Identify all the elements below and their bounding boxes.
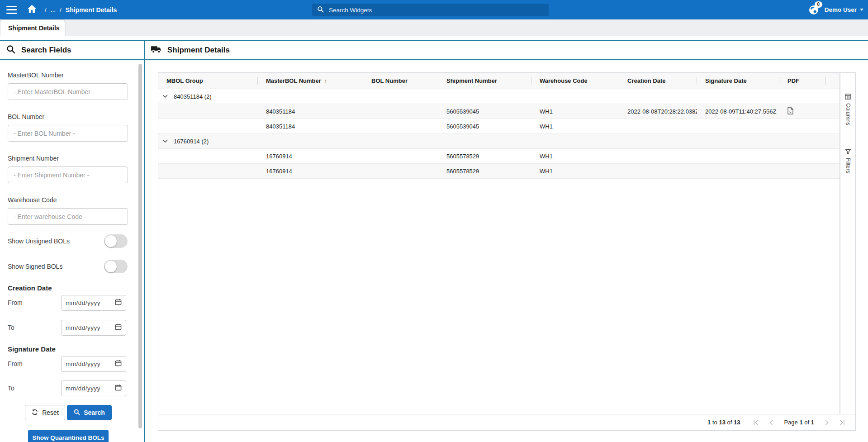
column-header-shipment-number[interactable]: Shipment Number	[438, 73, 531, 89]
table-row[interactable]: 16760914 5605578529 WH1	[158, 149, 840, 164]
column-header-signature-date[interactable]: Signature Date	[697, 73, 779, 89]
user-name: Demo User	[825, 6, 857, 13]
group-row[interactable]: 840351184 (2)	[158, 89, 840, 104]
breadcrumb-separator: /	[60, 6, 62, 13]
row-total: 13	[734, 419, 740, 426]
creation-date-to-input[interactable]: mm/dd/yyyy	[61, 320, 126, 336]
show-quarantined-bols-button[interactable]: Show Quarantined BOLs	[28, 430, 109, 442]
field-label: Shipment Number	[8, 155, 128, 162]
cell-shipment-number: 5605578529	[438, 164, 531, 178]
masterbol-number-input[interactable]	[8, 83, 128, 100]
cell-mbol-group	[158, 119, 258, 133]
column-header-bol-number[interactable]: BOL Number	[363, 73, 438, 89]
sort-ascending-icon[interactable]: ↑	[324, 77, 327, 84]
group-row[interactable]: 16760914 (2)	[158, 134, 840, 149]
cell-signature-date: 2022-08-09T11:40:27.556Z	[697, 104, 779, 119]
toggle-label: Show Unsigned BOLs	[8, 238, 70, 245]
warehouse-code-input[interactable]	[8, 208, 128, 225]
column-label: Warehouse Code	[540, 77, 588, 84]
sidebar-header: Search Fields	[6, 41, 71, 59]
globe-icon	[808, 9, 819, 17]
previous-page-button[interactable]	[769, 420, 773, 425]
cell-warehouse-code: WH1	[531, 104, 619, 119]
cell-filler	[826, 164, 840, 178]
page-word: Page	[784, 419, 797, 426]
first-page-button[interactable]	[754, 420, 759, 425]
cell-filler	[826, 119, 840, 133]
breadcrumb-ellipsis[interactable]: ...	[51, 6, 56, 13]
user-menu[interactable]: Demo User	[825, 6, 863, 13]
to-word: to	[712, 419, 717, 426]
search-icon	[74, 409, 80, 417]
tab-shipment-details[interactable]: Shipment Details	[0, 19, 65, 36]
cell-filler	[826, 149, 840, 163]
sidebar-scrollbar[interactable]	[138, 64, 142, 428]
cell-creation-date	[619, 164, 697, 178]
chevron-down-icon[interactable]	[162, 139, 168, 143]
signature-date-from-input[interactable]: mm/dd/yyyy	[61, 356, 126, 372]
cell-pdf	[779, 119, 826, 133]
field-bol-number: BOL Number	[8, 113, 128, 142]
breadcrumb-separator: /	[45, 6, 47, 13]
last-page-button[interactable]	[840, 420, 844, 425]
column-label: BOL Number	[371, 77, 408, 84]
page-total: 1	[811, 419, 814, 426]
cell-warehouse-code: WH1	[531, 164, 619, 178]
bol-number-input[interactable]	[8, 125, 128, 142]
search-widgets-input[interactable]	[328, 6, 544, 14]
search-fields-sidebar: MasterBOL Number BOL Number Shipment Num…	[0, 60, 144, 442]
calendar-icon[interactable]	[115, 323, 122, 332]
cell-mbol-group	[158, 164, 258, 178]
date-placeholder: mm/dd/yyyy	[66, 299, 100, 306]
signature-from-row: From mm/dd/yyyy	[8, 356, 126, 372]
calendar-icon[interactable]	[115, 360, 122, 368]
show-signed-bols-toggle[interactable]	[104, 260, 128, 273]
main-title: Shipment Details	[167, 46, 230, 55]
pdf-file-icon[interactable]	[787, 107, 793, 116]
toggle-knob	[105, 235, 117, 247]
group-cell: 840351184 (2)	[158, 89, 840, 104]
column-header-creation-date[interactable]: Creation Date	[619, 73, 697, 89]
cell-signature-date	[697, 164, 779, 178]
group-cell: 16760914 (2)	[158, 134, 840, 148]
column-header-pdf[interactable]: PDF	[779, 73, 826, 89]
cell-bol-number	[363, 164, 438, 178]
cell-creation-date	[619, 149, 697, 163]
cell-shipment-number: 5605539045	[438, 104, 531, 119]
reset-button[interactable]: Reset	[25, 405, 65, 420]
next-page-button[interactable]	[825, 420, 829, 425]
signature-date-to-input[interactable]: mm/dd/yyyy	[61, 380, 126, 396]
calendar-icon[interactable]	[115, 299, 122, 307]
column-label: MBOL Group	[166, 77, 203, 84]
table-row[interactable]: 840351184 5605539045 WH1	[158, 119, 840, 134]
column-label: MasterBOL Number	[266, 77, 321, 84]
table-row[interactable]: 840351184 5605539045 WH1 2022-08-08T20:2…	[158, 104, 840, 119]
creation-date-from-input[interactable]: mm/dd/yyyy	[61, 295, 126, 311]
reset-label: Reset	[42, 409, 59, 416]
sidebar-buttons-row: Reset Search	[0, 405, 144, 420]
tool-tab-columns[interactable]: Columns	[845, 94, 851, 125]
sidebar-title: Search Fields	[21, 46, 71, 55]
home-button[interactable]	[27, 5, 37, 15]
column-header-warehouse-code[interactable]: Warehouse Code	[531, 73, 619, 89]
notifications-globe-button[interactable]: 0	[808, 5, 819, 15]
column-header-mbol-group[interactable]: MBOL Group	[158, 73, 258, 89]
calendar-icon[interactable]	[115, 384, 122, 393]
shipment-number-input[interactable]	[8, 166, 128, 183]
group-label: 16760914 (2)	[174, 138, 209, 145]
chevron-down-icon[interactable]	[162, 95, 168, 98]
filter-funnel-icon	[845, 149, 851, 154]
column-header-masterbol-number[interactable]: MasterBOL Number↑	[258, 73, 363, 89]
table-row[interactable]: 16760914 5605578529 WH1	[158, 164, 840, 179]
date-placeholder: mm/dd/yyyy	[66, 361, 100, 367]
search-button[interactable]: Search	[67, 405, 112, 420]
cell-warehouse-code: WH1	[531, 119, 619, 133]
tool-tab-label: Filters	[845, 158, 851, 173]
grid-tool-panel-tabs: Columns Filters	[840, 73, 855, 414]
row-to: 13	[719, 419, 725, 426]
field-label: BOL Number	[8, 113, 128, 120]
hamburger-menu-icon[interactable]	[6, 6, 17, 14]
show-unsigned-bols-toggle[interactable]	[104, 234, 128, 248]
tool-tab-filters[interactable]: Filters	[845, 149, 851, 173]
from-label: From	[8, 360, 23, 367]
